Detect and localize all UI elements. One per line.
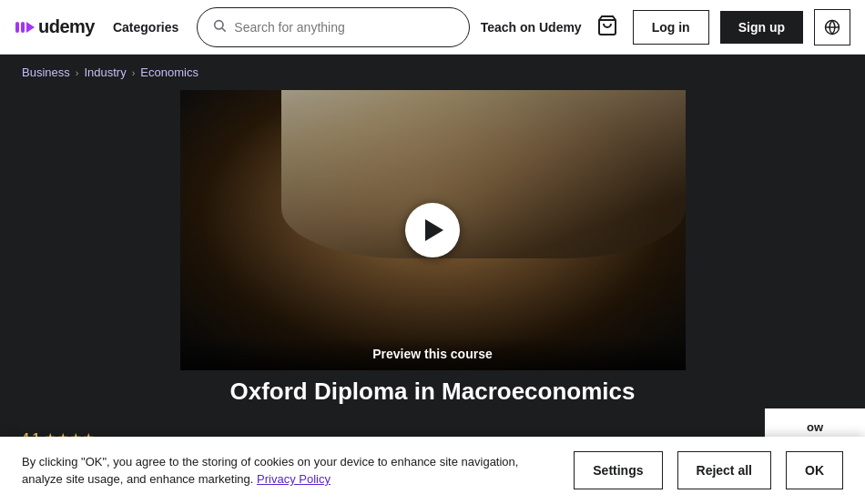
breadcrumb-business[interactable]: Business: [22, 66, 70, 79]
play-button[interactable]: [405, 203, 460, 257]
categories-button[interactable]: Categories: [106, 16, 186, 38]
svg-rect-1: [21, 22, 25, 33]
logo[interactable]: udemy: [15, 16, 95, 38]
cart-button[interactable]: [593, 11, 622, 44]
search-input[interactable]: [234, 20, 453, 35]
breadcrumb-economics[interactable]: Economics: [140, 66, 198, 79]
breadcrumb: Business › Industry › Economics: [0, 55, 865, 90]
svg-line-3: [222, 28, 226, 32]
main-content: Preview this course Oxford Diploma in Ma…: [0, 90, 865, 406]
svg-point-2: [215, 20, 223, 28]
teach-link[interactable]: Teach on Udemy: [481, 20, 582, 35]
globe-icon: [824, 19, 840, 35]
signup-button[interactable]: Sign up: [720, 11, 803, 44]
video-preview[interactable]: Preview this course: [180, 90, 686, 370]
play-icon: [425, 219, 443, 241]
cookie-banner: By clicking "OK", you agree to the stori…: [0, 437, 865, 504]
privacy-policy-link[interactable]: Privacy Policy: [257, 472, 331, 486]
breadcrumb-sep-2: ›: [132, 67, 136, 78]
cookie-reject-button[interactable]: Reject all: [677, 451, 771, 489]
svg-rect-0: [15, 22, 19, 33]
course-title: Oxford Diploma in Macroeconomics: [22, 378, 843, 406]
breadcrumb-sep-1: ›: [76, 67, 79, 78]
breadcrumb-industry[interactable]: Industry: [84, 66, 126, 79]
login-button[interactable]: Log in: [633, 10, 709, 45]
cookie-ok-button[interactable]: OK: [786, 451, 843, 489]
cookie-settings-button[interactable]: Settings: [574, 451, 662, 489]
preview-label: Preview this course: [180, 338, 686, 370]
language-button[interactable]: [814, 9, 850, 45]
cookie-text: By clicking "OK", you agree to the stori…: [22, 453, 559, 489]
logo-text: udemy: [38, 16, 95, 37]
search-icon: [212, 18, 227, 36]
search-bar: [197, 7, 469, 47]
cart-icon: [596, 15, 618, 36]
udemy-logo-icon: [15, 16, 36, 38]
header: udemy Categories Teach on Udemy Log in S…: [0, 0, 865, 55]
enroll-label: ow: [807, 420, 823, 434]
